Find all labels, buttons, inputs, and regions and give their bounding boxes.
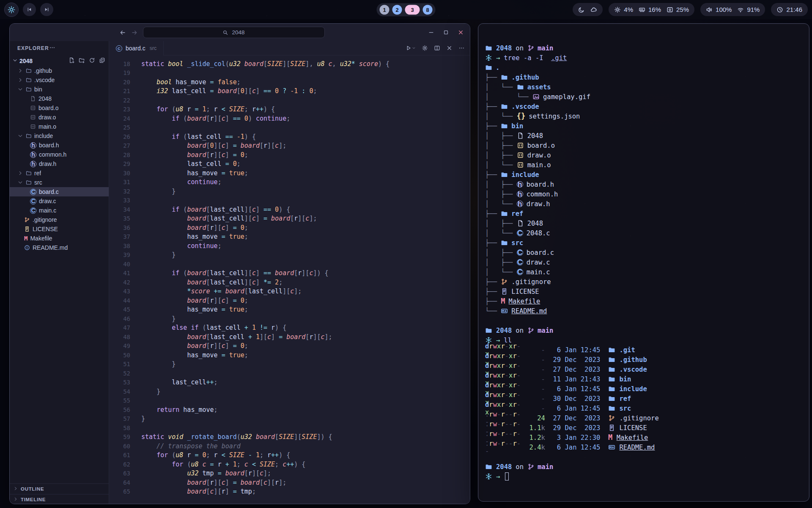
timeline-section[interactable]: TIMELINE xyxy=(10,494,109,504)
code-line[interactable]: 65 board[c][r] = tmp; xyxy=(109,487,470,497)
code-line[interactable]: 18static bool _slide_col(u32 board[SIZE]… xyxy=(109,59,470,69)
workspace-8-button[interactable]: 8 xyxy=(423,5,433,14)
code-line[interactable]: 58 xyxy=(109,423,470,433)
explorer-item-common.h[interactable]: hcommon.h xyxy=(10,150,109,159)
explorer-item-src[interactable]: src xyxy=(10,178,109,187)
code-line[interactable]: 30 has_move = true; xyxy=(109,168,470,178)
explorer-item-include[interactable]: include xyxy=(10,131,109,141)
explorer-item-LICENSE[interactable]: LICENSE xyxy=(10,224,109,234)
explorer-item-.vscode[interactable]: .vscode xyxy=(10,75,109,85)
new-folder-button[interactable] xyxy=(79,57,85,65)
explorer-item-main.o[interactable]: main.o xyxy=(10,122,109,131)
code-line[interactable]: 64 board[r][c] = board[c][r]; xyxy=(109,478,470,487)
code-line[interactable]: 54 } xyxy=(109,387,470,396)
code-line[interactable]: 62 for (u8 c = r + 1; c < SIZE; c++) { xyxy=(109,460,470,469)
code-line[interactable]: 40 xyxy=(109,260,470,269)
explorer-item-draw.c[interactable]: Cdraw.c xyxy=(10,196,109,206)
code-line[interactable]: 36 board[r][c] = 0; xyxy=(109,223,470,232)
explorer-item-draw.h[interactable]: hdraw.h xyxy=(10,159,109,168)
code-line[interactable]: 63 u32 tmp = board[r][c]; xyxy=(109,469,470,478)
code-line[interactable]: 48 board[last_cell + 1][c] = board[r][c]… xyxy=(109,332,470,342)
code-line[interactable]: 47 else if (last_cell + 1 != r) { xyxy=(109,323,470,333)
status-pill-weather[interactable] xyxy=(573,3,603,16)
nav-forward-button[interactable] xyxy=(131,29,138,36)
nav-back-button[interactable] xyxy=(119,29,126,36)
workspace-1-button[interactable]: 1 xyxy=(380,5,390,14)
explorer-item-bin[interactable]: bin xyxy=(10,85,109,94)
code-line[interactable]: 24 if (board[r][c] == 0) continue; xyxy=(109,114,470,123)
run-button[interactable] xyxy=(405,45,416,51)
explorer-item-main.c[interactable]: Cmain.c xyxy=(10,206,109,215)
code-line[interactable]: 57} xyxy=(109,414,470,424)
code-line[interactable]: 51 } xyxy=(109,360,470,369)
code-line[interactable]: 59static void _rotate_board(u32 board[SI… xyxy=(109,433,470,442)
split-editor-button[interactable] xyxy=(434,45,440,51)
code-line[interactable]: 46 } xyxy=(109,314,470,323)
outline-section[interactable]: OUTLINE xyxy=(10,483,109,494)
code-line[interactable]: 22 xyxy=(109,96,470,105)
code-line[interactable]: 56 return has_move; xyxy=(109,405,470,414)
explorer-item-board.o[interactable]: board.o xyxy=(10,103,109,113)
explorer-item-README.md[interactable]: README.md xyxy=(10,243,109,252)
code-line[interactable]: 25 xyxy=(109,123,470,133)
code-line[interactable]: 45 has_move = true; xyxy=(109,305,470,315)
code-line[interactable]: 39 } xyxy=(109,251,470,260)
explorer-item-draw.o[interactable]: draw.o xyxy=(10,113,109,122)
command-center-search[interactable]: 2048 xyxy=(143,27,325,38)
code-line[interactable]: 23 for (u8 r = 1; r < SIZE; r++) { xyxy=(109,105,470,114)
close-button[interactable] xyxy=(458,29,464,36)
code-line[interactable]: 49 board[r][c] = 0; xyxy=(109,342,470,351)
code-line[interactable]: 53 last_cell++; xyxy=(109,378,470,387)
explorer-item-.gitignore[interactable]: .gitignore xyxy=(10,215,109,224)
code-line[interactable]: 26 if (last_cell == -1) { xyxy=(109,132,470,141)
media-next-button[interactable] xyxy=(40,3,53,16)
close-editor-button[interactable] xyxy=(446,45,453,51)
minimize-button[interactable] xyxy=(428,29,434,36)
workspace-2-button[interactable]: 2 xyxy=(392,5,402,14)
code-line[interactable]: 31 continue; xyxy=(109,178,470,187)
code-line[interactable]: 37 has_move = true; xyxy=(109,232,470,242)
code-line[interactable]: 38 continue; xyxy=(109,241,470,251)
code-line[interactable]: 50 has_move = true; xyxy=(109,351,470,360)
code-line[interactable]: 35 board[last_cell][c] = board[r][c]; xyxy=(109,214,470,224)
tab-board-c[interactable]: C board.c src xyxy=(109,41,164,55)
explorer-item-board.h[interactable]: hboard.h xyxy=(10,141,109,150)
media-prev-button[interactable] xyxy=(23,3,36,16)
refresh-button[interactable] xyxy=(89,57,95,65)
code-line[interactable]: 41 if (board[last_cell][c] == board[r][c… xyxy=(109,269,470,278)
code-line[interactable]: 27 board[0][c] = board[r][c]; xyxy=(109,141,470,151)
explorer-item-2048[interactable]: 2048 xyxy=(10,94,109,103)
terminal-window[interactable]: 2048onmain→tree -a -I .git.├── .github│ … xyxy=(478,23,809,502)
explorer-item-Makefile[interactable]: MMakefile xyxy=(10,234,109,243)
code-line[interactable]: 44 board[r][c] = 0; xyxy=(109,296,470,305)
distro-logo-icon[interactable] xyxy=(4,3,19,17)
collapse-all-button[interactable] xyxy=(99,57,105,65)
status-pill-audio-network[interactable]: 100%91% xyxy=(700,3,765,16)
code-line[interactable]: 28 board[r][c] = 0; xyxy=(109,150,470,160)
code-line[interactable]: 21 i32 last_cell = board[0][c] == 0 ? -1… xyxy=(109,87,470,96)
workspace-3-button[interactable]: 3 xyxy=(405,5,420,14)
code-line[interactable]: 33 xyxy=(109,196,470,205)
code-line[interactable]: 52 xyxy=(109,369,470,378)
code-line[interactable]: 60 // transpose the board xyxy=(109,442,470,451)
explorer-item-.github[interactable]: .github xyxy=(10,66,109,75)
code-editor[interactable]: 18static bool _slide_col(u32 board[SIZE]… xyxy=(109,55,470,504)
code-line[interactable]: 55 xyxy=(109,396,470,406)
code-line[interactable]: 43 *score += board[last_cell][c]; xyxy=(109,287,470,296)
code-line[interactable]: 32 } xyxy=(109,187,470,196)
code-line[interactable]: 61 for (u8 r = 0; r < SIZE - 1; r++) { xyxy=(109,451,470,460)
settings-gear-button[interactable] xyxy=(422,45,428,51)
code-line[interactable]: 34 if (board[last_cell][c] == 0) { xyxy=(109,205,470,214)
new-file-button[interactable] xyxy=(69,57,75,65)
code-line[interactable]: 42 board[last_cell][c] *= 2; xyxy=(109,278,470,287)
status-pill-system[interactable]: 4%16%25% xyxy=(609,3,694,16)
status-pill-clock[interactable]: 21:46 xyxy=(771,3,808,16)
maximize-button[interactable] xyxy=(443,29,449,36)
more-actions-icon[interactable] xyxy=(49,44,55,52)
code-line[interactable]: 29 last_cell = 0; xyxy=(109,160,470,169)
explorer-item-board.c[interactable]: Cboard.c xyxy=(10,187,109,196)
more-actions-button[interactable] xyxy=(458,45,465,51)
explorer-root-folder[interactable]: 2048 xyxy=(10,55,109,66)
code-line[interactable]: 20 bool has_move = false; xyxy=(109,77,470,87)
code-line[interactable]: 19 xyxy=(109,69,470,78)
